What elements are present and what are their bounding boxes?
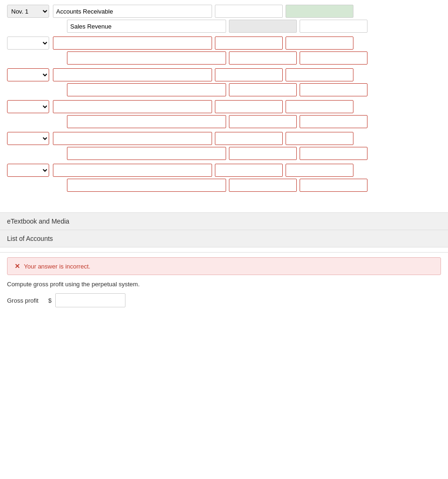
debit-input-4b[interactable] xyxy=(229,115,297,128)
account-input-3[interactable] xyxy=(53,68,212,81)
etextbook-label: eTextbook and Media xyxy=(7,218,69,225)
debit-input-3[interactable] xyxy=(215,68,283,81)
debit-input-4[interactable] xyxy=(215,100,283,113)
credit-input-1b[interactable] xyxy=(300,20,367,33)
gross-profit-label: Gross profit xyxy=(7,297,44,304)
account-input-1b[interactable] xyxy=(67,20,226,33)
credit-input-3[interactable] xyxy=(286,68,353,81)
credit-input-2b[interactable] xyxy=(300,51,367,65)
account-input-3b[interactable] xyxy=(67,83,226,96)
journal-row-5b xyxy=(7,147,441,160)
journal-row-4b xyxy=(7,115,441,128)
journal-row-2 xyxy=(7,36,441,50)
credit-input-5[interactable] xyxy=(286,132,353,145)
list-of-accounts-label: List of Accounts xyxy=(7,235,53,242)
credit-input-4b[interactable] xyxy=(300,115,367,128)
debit-input-6[interactable] xyxy=(215,164,283,177)
gross-profit-input[interactable] xyxy=(55,293,125,307)
journal-row-6 xyxy=(7,164,441,177)
account-input-5b[interactable] xyxy=(67,147,226,160)
dollar-sign: $ xyxy=(48,297,51,304)
list-of-accounts-section[interactable]: List of Accounts xyxy=(0,230,448,247)
debit-input-5b[interactable] xyxy=(229,147,297,160)
journal-row-1: Nov. 1 xyxy=(7,5,441,18)
account-input-6b[interactable] xyxy=(67,179,226,192)
journal-row-4 xyxy=(7,100,441,113)
account-input-2b[interactable] xyxy=(67,51,226,65)
journal-section: Nov. 1 xyxy=(0,0,448,198)
credit-input-2[interactable] xyxy=(286,36,353,50)
debit-input-1[interactable] xyxy=(215,5,283,18)
account-input-4[interactable] xyxy=(53,100,212,113)
debit-input-6b[interactable] xyxy=(229,179,297,192)
journal-row-5 xyxy=(7,132,441,145)
debit-input-3b[interactable] xyxy=(229,83,297,96)
journal-row-1b xyxy=(7,20,441,33)
bottom-sections: eTextbook and Media List of Accounts xyxy=(0,212,448,247)
date-select-3[interactable] xyxy=(7,68,49,81)
journal-row-3b xyxy=(7,83,441,96)
instructions-text: Compute gross profit using the perpetual… xyxy=(7,281,441,288)
answer-section: ✕ Your answer is incorrect. Compute gros… xyxy=(0,252,448,312)
etextbook-section[interactable]: eTextbook and Media xyxy=(0,213,448,230)
debit-input-2[interactable] xyxy=(215,36,283,50)
date-select-4[interactable] xyxy=(7,100,49,113)
credit-input-4[interactable] xyxy=(286,100,353,113)
incorrect-icon: ✕ xyxy=(15,262,20,270)
date-select-6[interactable] xyxy=(7,164,49,177)
debit-input-5[interactable] xyxy=(215,132,283,145)
gross-profit-row: Gross profit $ xyxy=(7,293,441,307)
credit-input-6b[interactable] xyxy=(300,179,367,192)
journal-row-6b xyxy=(7,179,441,192)
incorrect-message: Your answer is incorrect. xyxy=(24,263,90,270)
credit-input-3b[interactable] xyxy=(300,83,367,96)
account-input-2[interactable] xyxy=(53,36,212,50)
credit-input-6[interactable] xyxy=(286,164,353,177)
date-select-2[interactable] xyxy=(7,36,49,50)
date-select-1[interactable]: Nov. 1 xyxy=(7,5,49,18)
incorrect-banner: ✕ Your answer is incorrect. xyxy=(7,257,441,275)
journal-row-2b xyxy=(7,51,441,65)
debit-input-1b[interactable] xyxy=(229,20,297,33)
journal-row-3 xyxy=(7,68,441,81)
account-input-5[interactable] xyxy=(53,132,212,145)
account-input-1[interactable] xyxy=(53,5,212,18)
account-input-6[interactable] xyxy=(53,164,212,177)
credit-input-1[interactable] xyxy=(286,5,353,18)
debit-input-2b[interactable] xyxy=(229,51,297,65)
date-select-5[interactable] xyxy=(7,132,49,145)
account-input-4b[interactable] xyxy=(67,115,226,128)
credit-input-5b[interactable] xyxy=(300,147,367,160)
